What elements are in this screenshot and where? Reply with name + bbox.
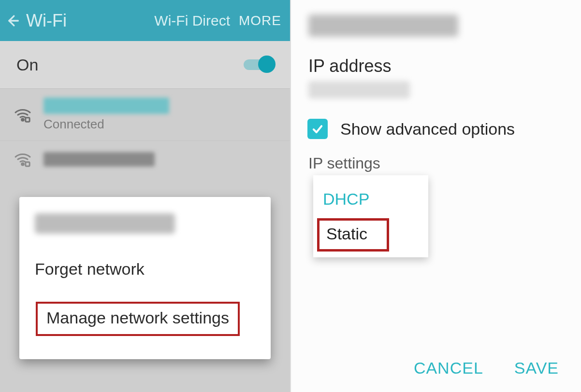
wifi-direct-link[interactable]: Wi-Fi Direct <box>154 13 230 29</box>
ip-address-value-redacted <box>308 81 410 98</box>
dialog-ssid-redacted <box>308 14 458 37</box>
popup-ssid-redacted <box>35 213 175 234</box>
highlight-box: Manage network settings <box>36 302 240 336</box>
page-title: Wi-Fi <box>26 11 67 31</box>
ip-settings-dropdown[interactable]: DHCP Static <box>313 175 428 257</box>
checkbox-checked-icon[interactable] <box>307 119 328 139</box>
show-advanced-row[interactable]: Show advanced options <box>307 119 567 139</box>
network-config-dialog: IP address Show advanced options IP sett… <box>291 0 581 392</box>
ip-option-static[interactable]: Static <box>326 224 367 243</box>
ip-settings-label: IP settings <box>308 154 567 172</box>
wifi-settings-screen: Wi-Fi Wi-Fi Direct MORE On Connected <box>0 0 291 392</box>
save-button[interactable]: SAVE <box>514 359 559 378</box>
show-advanced-label: Show advanced options <box>340 120 515 139</box>
more-menu[interactable]: MORE <box>239 13 281 28</box>
forget-network-option[interactable]: Forget network <box>23 248 267 290</box>
manage-network-option[interactable]: Manage network settings <box>23 290 267 348</box>
network-context-menu: Forget network Manage network settings <box>19 197 271 359</box>
highlight-box: Static <box>317 218 389 252</box>
ip-address-label: IP address <box>308 56 567 76</box>
ip-option-dhcp[interactable]: DHCP <box>313 181 428 217</box>
app-bar: Wi-Fi Wi-Fi Direct MORE <box>0 0 290 41</box>
dialog-actions: CANCEL SAVE <box>414 359 559 378</box>
back-arrow-icon[interactable] <box>0 8 25 33</box>
cancel-button[interactable]: CANCEL <box>414 359 483 378</box>
